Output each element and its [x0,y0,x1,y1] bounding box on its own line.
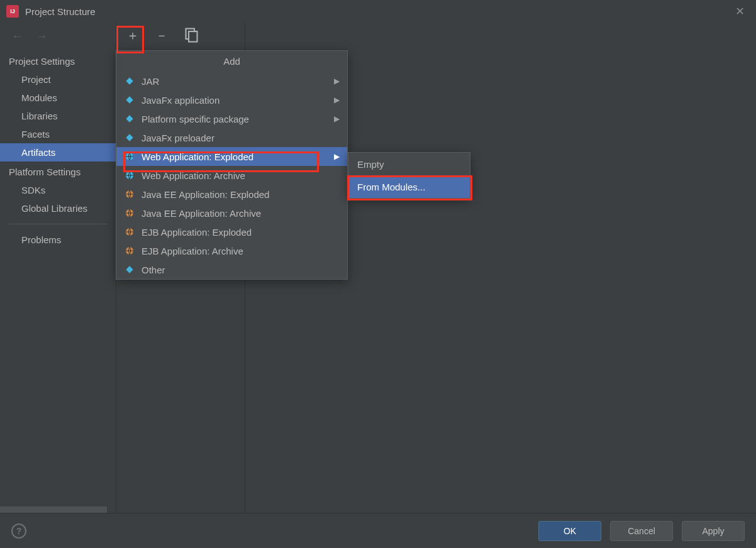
menu-item-label: JAR [142,76,159,87]
chevron-right-icon: ▶ [334,96,340,104]
menu-item-label: EJB Application: Archive [142,246,243,256]
svg-rect-2 [126,77,133,84]
svg-rect-1 [189,31,197,42]
sidebar-item-problems[interactable]: Problems [0,231,116,249]
cancel-button[interactable]: Cancel [610,521,673,541]
platform-settings-header: Platform Settings [0,162,116,181]
sidebar-item-libraries[interactable]: Libraries [0,107,116,125]
sidebar-divider [9,224,107,224]
svg-rect-12 [126,266,133,273]
menu-item-label: JavaFx preloader [142,133,214,143]
ejb-icon [124,245,135,256]
menu-item-label: Other [142,265,165,275]
app-icon [6,5,19,18]
menu-item-other[interactable]: Other [116,260,347,279]
menu-item-ejb-application-archive[interactable]: EJB Application: Archive [116,241,347,260]
menu-item-label: Java EE Application: Archive [142,208,261,219]
sidebar-item-project[interactable]: Project [0,70,116,89]
remove-button[interactable]: － [154,28,169,43]
add-button[interactable]: ＋ [125,28,140,43]
sidebar-scrollbar[interactable] [0,507,107,513]
menu-item-javafx-preloader[interactable]: JavaFx preloader [116,128,347,147]
svg-rect-4 [126,115,133,122]
menu-item-label: EJB Application: Exploded [142,227,252,238]
apply-button[interactable]: Apply [682,521,745,541]
submenu-item-from-modules-[interactable]: From Modules... [348,175,470,198]
main-area: ← → Project Settings Project Modules Lib… [0,23,756,513]
add-artifact-menu: Add JAR▶JavaFx application▶Platform spec… [116,50,348,280]
submenu-item-empty[interactable]: Empty [348,153,470,175]
menu-item-label: JavaFx application [142,95,220,106]
sidebar-item-modules[interactable]: Modules [0,89,116,107]
menu-item-web-application-archive[interactable]: Web Application: Archive [116,166,347,185]
title-bar: Project Structure ✕ [0,0,756,23]
globe-icon [124,151,135,162]
project-settings-header: Project Settings [0,51,116,70]
menu-item-ejb-application-exploded[interactable]: EJB Application: Exploded [116,222,347,241]
sidebar-item-global-libraries[interactable]: Global Libraries [0,199,116,217]
globe-icon [124,170,135,181]
artifacts-toolbar: ＋ － [116,23,756,48]
forward-icon[interactable]: → [35,29,48,43]
ear-icon [124,207,135,219]
menu-item-java-ee-application-archive[interactable]: Java EE Application: Archive [116,204,347,222]
menu-item-jar[interactable]: JAR▶ [116,72,347,90]
close-icon[interactable]: ✕ [730,2,750,21]
ok-button[interactable]: OK [538,521,601,541]
ear-icon [124,189,135,200]
sidebar-item-facets[interactable]: Facets [0,125,116,143]
svg-rect-3 [126,96,133,103]
menu-item-platform-specific-package[interactable]: Platform specific package▶ [116,109,347,128]
back-icon[interactable]: ← [11,29,24,43]
diamond-icon [124,132,135,143]
menu-item-javafx-application[interactable]: JavaFx application▶ [116,90,347,109]
copy-icon [183,28,198,43]
popup-title: Add [116,51,347,72]
diamond-icon [124,75,135,87]
help-button[interactable]: ? [11,523,26,539]
menu-item-label: Java EE Application: Exploded [142,189,269,200]
menu-item-java-ee-application-exploded[interactable]: Java EE Application: Exploded [116,185,347,204]
web-app-exploded-submenu: EmptyFrom Modules... [348,152,470,199]
menu-item-label: Web Application: Archive [142,170,245,181]
menu-item-web-application-exploded[interactable]: Web Application: Exploded▶ [116,147,347,166]
diamond-icon [124,264,135,275]
window-title: Project Structure [25,6,96,17]
chevron-right-icon: ▶ [334,77,340,85]
svg-rect-5 [126,134,133,141]
ejb-icon [124,226,135,238]
dialog-footer: ? OK Cancel Apply [0,513,756,548]
sidebar-item-artifacts[interactable]: Artifacts [0,143,116,162]
chevron-right-icon: ▶ [334,152,340,161]
diamond-icon [124,94,135,106]
nav-history: ← → [0,29,116,51]
menu-item-label: Web Application: Exploded [142,151,253,162]
sidebar: ← → Project Settings Project Modules Lib… [0,23,116,513]
chevron-right-icon: ▶ [334,114,340,123]
menu-item-label: Platform specific package [142,114,249,124]
copy-button[interactable] [183,28,198,43]
sidebar-item-sdks[interactable]: SDKs [0,181,116,199]
diamond-icon [124,113,135,124]
